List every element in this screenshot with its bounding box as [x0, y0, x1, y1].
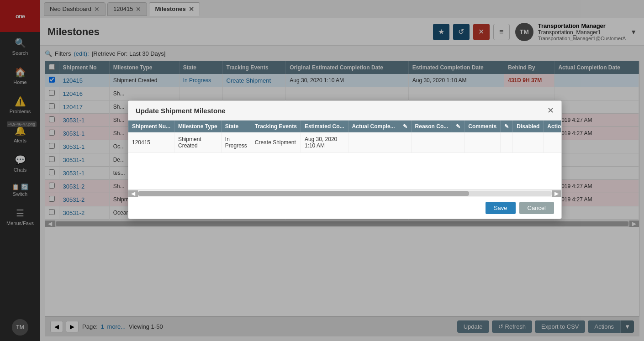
modal-col-milestone: Milestone Type — [174, 121, 222, 132]
modal-scroll-thumb — [138, 191, 469, 196]
modal-cell-tracking: Create Shipment — [251, 132, 301, 153]
modal-cell-state: In Progress — [221, 132, 251, 153]
modal-cell-action — [544, 132, 561, 153]
modal-scroll-right[interactable]: ▶ — [552, 190, 561, 197]
modal-col-tracking: Tracking Events — [251, 121, 301, 132]
modal-col-comments: Comments — [465, 121, 501, 132]
modal-table: Shipment Nu... Milestone Type State Trac… — [128, 121, 561, 153]
modal-body: Shipment Nu... Milestone Type State Trac… — [128, 121, 561, 197]
modal-col-action: Action — [544, 121, 561, 132]
modal-col-reason: Reason Co... — [411, 121, 452, 132]
modal-col-edit3: ✎ — [501, 121, 513, 132]
modal-col-disabled: Disabled — [513, 121, 544, 132]
modal-col-estimated: Estimated Co... — [301, 121, 348, 132]
modal-cell-edit1 — [399, 132, 411, 153]
modal-scrollbar[interactable]: ◀ ▶ — [128, 189, 561, 197]
modal-scroll-left[interactable]: ◀ — [128, 190, 138, 197]
modal-header: Update Shipment Milestone ✕ — [128, 101, 561, 121]
modal-cell-comments — [465, 132, 501, 153]
modal-table-wrapper[interactable]: Shipment Nu... Milestone Type State Trac… — [128, 121, 561, 153]
modal-save-button[interactable]: Save — [486, 202, 516, 214]
modal-title: Update Shipment Milestone — [136, 107, 226, 115]
modal-cell-reason — [411, 132, 452, 153]
modal-cell-shipment: 120415 — [128, 132, 174, 153]
modal-footer: Save Cancel — [128, 197, 561, 219]
modal-col-actual: Actual Comple... — [348, 121, 399, 132]
modal-col-shipment: Shipment Nu... — [128, 121, 174, 132]
modal-cell-edit2 — [452, 132, 465, 153]
modal-col-edit1: ✎ — [399, 121, 411, 132]
modal-overlay: Update Shipment Milestone ✕ Shipment Nu.… — [0, 0, 644, 341]
modal-table-row[interactable]: 120415 ShipmentCreated In Progress Creat… — [128, 132, 561, 153]
modal-col-edit2: ✎ — [452, 121, 465, 132]
modal-empty-area — [128, 153, 561, 189]
modal-cancel-button[interactable]: Cancel — [519, 202, 554, 214]
modal-cell-actual — [348, 132, 399, 153]
update-shipment-modal: Update Shipment Milestone ✕ Shipment Nu.… — [128, 100, 562, 219]
modal-cell-disabled — [513, 132, 544, 153]
modal-cell-estimated: Aug 30, 20201:10 AM — [301, 132, 348, 153]
modal-cell-edit3 — [501, 132, 513, 153]
modal-cell-milestone: ShipmentCreated — [174, 132, 222, 153]
modal-table-header: Shipment Nu... Milestone Type State Trac… — [128, 121, 561, 132]
modal-close-button[interactable]: ✕ — [547, 105, 554, 115]
modal-col-state: State — [221, 121, 251, 132]
